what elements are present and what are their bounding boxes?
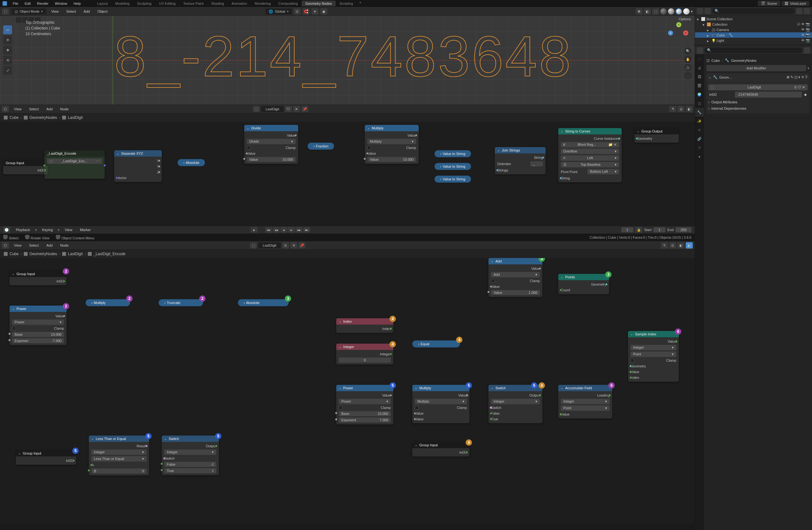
eye-icon[interactable]: 👁: [801, 38, 805, 42]
parent-icon[interactable]: ↰: [661, 242, 668, 249]
output-attributes-section[interactable]: ›Output Attributes: [708, 99, 808, 105]
node-truncate-pill[interactable]: › Truncate 2: [159, 299, 203, 306]
eye-icon[interactable]: 👁: [801, 28, 805, 31]
node-canvas-bottom[interactable]: ⌄Group Input int32 2 ⌄Power Value Power▾…: [0, 258, 695, 524]
viewport-text-object[interactable]: 8_-214_7483648: [114, 24, 572, 89]
node-equal-pill[interactable]: › Equal 4: [412, 340, 460, 348]
camera-icon[interactable]: 📷: [806, 28, 810, 31]
camera-icon[interactable]: 📷: [806, 22, 810, 26]
ws-rendering[interactable]: Rendering: [251, 1, 275, 6]
node-separate-xyz[interactable]: ⌄Separate XYZ X Y Z Vector: [114, 150, 162, 182]
node-divide[interactable]: ⌄Divide Value Divide▾ Clamp Value Value1…: [244, 125, 298, 164]
menu-render[interactable]: Render: [34, 2, 52, 5]
tab-render[interactable]: ⬚: [695, 55, 704, 63]
node-group-input-3[interactable]: ⌄Group Input int32 4: [412, 442, 469, 456]
bc-mod[interactable]: GeometryNodes: [29, 115, 57, 120]
play-icon[interactable]: ▸: [288, 227, 295, 233]
tree-name-field[interactable]: ⬚ LastDigit ⎘ 🛡 ✕: [708, 84, 808, 90]
perspective-icon[interactable]: ⬚: [684, 72, 692, 79]
extras-icon[interactable]: ⠿: [805, 75, 808, 79]
bc-cube[interactable]: Cube: [10, 115, 19, 120]
node-vts2-pill[interactable]: › Value to String: [435, 163, 471, 170]
outliner-light[interactable]: ▸ 💡 Light 👁 📷: [695, 38, 812, 43]
tab-viewlayer[interactable]: 🖼: [695, 72, 704, 81]
ne-add[interactable]: Add: [44, 107, 55, 111]
tab-output[interactable]: 🖨: [695, 63, 704, 72]
outliner-cube[interactable]: ▸ ▽ Cube 🔧 👁 📷: [695, 32, 812, 38]
autokey-icon[interactable]: ●: [250, 227, 258, 233]
snap-icon[interactable]: ⊙: [678, 106, 684, 112]
shading-wireframe-icon[interactable]: [661, 8, 667, 15]
ws-add-icon[interactable]: +: [357, 1, 364, 6]
shading-rendered-icon[interactable]: [683, 8, 690, 15]
active-overlay-icon[interactable]: ◐: [686, 242, 693, 249]
vp-add[interactable]: Add: [81, 10, 92, 13]
axis-y-icon[interactable]: Y: [676, 22, 681, 27]
xray-icon[interactable]: ⬚: [652, 8, 659, 15]
node-canvas-top[interactable]: Group Input int32 _LastDigit_Encode ⬚_La…: [0, 122, 695, 226]
node-power-1[interactable]: ⌄Power Value Power▾ Clamp Base10.000 Exp…: [10, 306, 67, 345]
filter-icon[interactable]: [796, 8, 802, 14]
node-vts3-pill[interactable]: › Value to String: [435, 176, 471, 182]
attribute-toggle-icon[interactable]: ◆: [803, 92, 808, 98]
node-group-output-top[interactable]: ⌄Group Output Geometry: [634, 128, 679, 143]
node-switch-4[interactable]: ⌄Switch Output Integer▾ Switch False Tru…: [489, 385, 542, 423]
ws-layout[interactable]: Layout: [93, 1, 112, 6]
vp-select[interactable]: Select: [64, 10, 79, 13]
node-multiply-pill[interactable]: › Multiply 2: [86, 299, 130, 306]
eye-icon[interactable]: 👁: [801, 22, 805, 26]
editor-type-icon[interactable]: 🕐: [3, 227, 10, 233]
node-less-than-equal[interactable]: ⌄Less Than or Equal Result Integer▾ Less…: [89, 436, 149, 475]
ws-modeling[interactable]: Modeling: [112, 1, 133, 6]
pin-icon[interactable]: 📌: [301, 106, 308, 112]
menu-file[interactable]: File: [10, 2, 21, 5]
unlink-icon[interactable]: ✕: [293, 106, 300, 112]
ws-sculpting[interactable]: Sculpting: [133, 1, 155, 6]
node-absolute-pill-b[interactable]: › Absolute 3: [238, 299, 289, 306]
parent-icon[interactable]: ↰: [669, 106, 676, 112]
mode-dropdown[interactable]: ◫ Object Mode ▾: [11, 9, 46, 15]
shield-icon[interactable]: 🛡: [285, 106, 292, 112]
menu-window[interactable]: Window: [52, 2, 70, 5]
camera-icon[interactable]: 📷: [806, 33, 810, 37]
tool-select-box[interactable]: ▭: [3, 25, 12, 34]
outliner-scene-collection[interactable]: ▾ Scene Collection: [695, 16, 812, 21]
editor-type-icon[interactable]: ⬡: [2, 242, 9, 249]
tl-marker[interactable]: Marker: [77, 228, 93, 232]
tab-constraints[interactable]: 🔗: [695, 134, 704, 143]
axis-x-icon[interactable]: X: [683, 30, 688, 35]
node-absolute-pill[interactable]: › Absolute: [178, 159, 205, 166]
monitor-icon[interactable]: 🖥: [786, 75, 789, 79]
camera-icon[interactable]: 📷: [806, 38, 810, 42]
zoom-icon[interactable]: 🔍: [684, 47, 692, 55]
tool-move[interactable]: ✥: [3, 46, 12, 55]
internal-deps-section[interactable]: ›Internal Dependencies: [708, 105, 808, 112]
ws-animation[interactable]: Animation: [228, 1, 251, 6]
bc-tree[interactable]: LastDigit: [68, 115, 83, 120]
tool-scale[interactable]: ⤢: [3, 66, 12, 75]
ws-uv[interactable]: UV Editing: [155, 1, 179, 6]
snap-type-icon[interactable]: ▾: [311, 8, 318, 15]
node-fraction-pill[interactable]: › Fraction: [308, 143, 334, 150]
tree-name-field[interactable]: LastDigit: [258, 242, 281, 248]
overlay-icon[interactable]: ◐: [678, 242, 684, 249]
vp-object[interactable]: Object: [95, 10, 110, 13]
outliner-search[interactable]: 🔍: [712, 8, 795, 14]
unlink-icon[interactable]: ✕: [290, 242, 297, 249]
scene-selector[interactable]: 🎬 Scene: [758, 1, 780, 6]
node-group-input-2[interactable]: ⌄Group Input int32 5: [16, 450, 76, 465]
viewlayer-selector[interactable]: 🖼 ViewLayer: [782, 1, 810, 6]
start-frame[interactable]: 1: [653, 227, 665, 232]
node-points[interactable]: ⌄Points Geometry Count 3: [558, 274, 609, 294]
overlay-icon[interactable]: ◐: [686, 106, 693, 112]
camera-icon[interactable]: 🎥: [684, 64, 692, 71]
prev-key-icon[interactable]: ◂◂: [273, 227, 280, 233]
snap-icon[interactable]: ⊙: [669, 242, 676, 249]
node-multiply-top[interactable]: ⌄Multiply Value Multiply▾ Clamp Value Va…: [365, 125, 419, 164]
gizmo-icon[interactable]: ✥: [636, 8, 643, 15]
node-group-input-1[interactable]: ⌄Group Input int32 2: [10, 271, 67, 285]
node-vts1-pill[interactable]: › Value to String: [435, 150, 471, 157]
ws-geonodes[interactable]: Geometry Nodes: [302, 1, 336, 6]
end-frame[interactable]: 250: [676, 227, 692, 232]
tree-type-icon[interactable]: ⬚: [253, 106, 260, 112]
